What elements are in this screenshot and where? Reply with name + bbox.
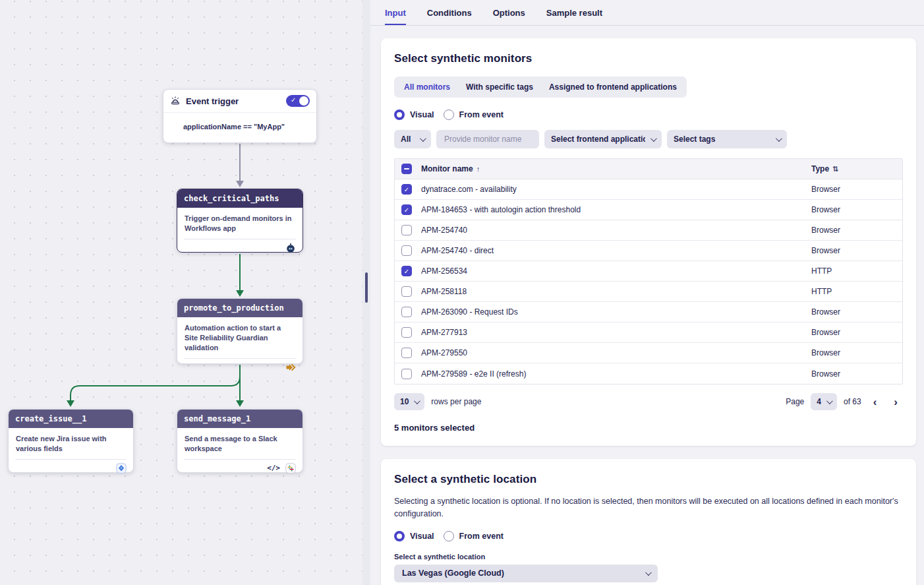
monitor-filters-row: All Select frontend applicatio Select ta… [394, 130, 903, 148]
pager-controls: Page 4 of 63 ‹ › [786, 393, 903, 410]
monitor-type-cell: Browser [811, 348, 902, 357]
monitor-name-cell: APM-254740 - direct [421, 246, 811, 255]
table-row[interactable]: APM-256534 HTTP [395, 261, 902, 282]
monitor-type-cell: Browser [811, 246, 902, 255]
monitor-type-cell: Browser [811, 369, 902, 379]
filter-tab-frontend-apps[interactable]: Assigned to frontend applications [541, 78, 685, 96]
table-row[interactable]: APM-263090 - Request IDs Browser [395, 302, 902, 323]
node-description: Automation action to start a Site Reliab… [177, 317, 303, 355]
monitor-name-cell: APM-256534 [421, 266, 811, 276]
monitors-source-radio-group: Visual From event [394, 109, 903, 120]
node-create-issue[interactable]: create_issue__1 Create new Jira issue wi… [8, 409, 134, 473]
chevron-down-icon [645, 569, 652, 576]
type-column-label: Type [811, 164, 829, 173]
monitor-name-column-label: Monitor name [421, 164, 473, 173]
monitor-table: Monitor name↑ Type⇅ dynatrace.com - avai… [394, 158, 903, 385]
node-title: check_critical_paths [177, 189, 303, 208]
radio-visual-label: Visual [410, 110, 434, 119]
tab-options[interactable]: Options [493, 0, 525, 25]
node-title: promote_to_production [177, 299, 303, 317]
page-total-label: of 63 [844, 397, 861, 406]
page-select[interactable]: 4 [811, 393, 837, 410]
trigger-condition: applicationName == "MyApp" [163, 113, 316, 142]
table-row[interactable]: APM-184653 - with autologin action thres… [395, 200, 902, 220]
radio-from-event[interactable]: From event [444, 109, 504, 120]
filter-tab-specific-tags[interactable]: With specific tags [458, 78, 541, 96]
monitor-name-cell: APM-279589 - e2e II (refresh) [421, 369, 811, 379]
tags-select[interactable]: Select tags [667, 130, 787, 148]
monitor-name-input[interactable] [436, 130, 539, 148]
monitor-type-cell: Browser [811, 185, 902, 194]
radio-visual-label: Visual [410, 532, 434, 541]
row-checkbox[interactable] [401, 245, 412, 256]
radio-from-event-icon [444, 109, 454, 120]
monitor-type-cell: Browser [811, 205, 902, 214]
table-row[interactable]: dynatrace.com - availability Browser [395, 179, 902, 200]
monitor-filter-segmented-control: All monitors With specific tags Assigned… [394, 77, 687, 98]
radio-visual-icon [394, 531, 405, 541]
chevron-down-icon [826, 398, 833, 404]
node-promote-to-production[interactable]: promote_to_production Automation action … [177, 298, 303, 364]
monitor-name-column-header[interactable]: Monitor name↑ [421, 164, 811, 173]
tab-sample-result[interactable]: Sample result [546, 0, 602, 25]
select-location-card: Select a synthetic location Selecting a … [381, 459, 916, 585]
radio-from-event-label: From event [459, 532, 504, 541]
node-description: Create new Jira issue with various field… [9, 428, 133, 456]
type-filter-select[interactable]: All [394, 130, 431, 148]
monitor-name-cell: APM-184653 - with autologin action thres… [421, 205, 811, 214]
select-monitors-card: Select synthetic monitors All monitors W… [381, 38, 916, 446]
row-checkbox[interactable] [401, 369, 412, 379]
synthetic-bot-icon [285, 243, 296, 253]
table-row[interactable]: APM-279550 Browser [395, 343, 902, 363]
panel-divider [362, 0, 370, 585]
radio-visual[interactable]: Visual [394, 531, 434, 541]
chevron-down-icon [650, 135, 657, 142]
row-checkbox[interactable] [401, 184, 412, 195]
tab-conditions[interactable]: Conditions [427, 0, 472, 25]
table-row[interactable]: APM-277913 Browser [395, 323, 902, 343]
previous-page-button[interactable]: ‹ [868, 396, 882, 408]
toggle-knob [299, 96, 308, 106]
node-event-trigger[interactable]: Event trigger ✓ applicationName == "MyAp… [163, 89, 317, 143]
location-card-title: Select a synthetic location [394, 473, 903, 486]
row-checkbox[interactable] [401, 307, 412, 317]
node-title: send_message_1 [177, 410, 303, 428]
frontend-application-select[interactable]: Select frontend applicatio [544, 130, 662, 148]
monitor-type-cell: Browser [811, 226, 902, 235]
monitor-name-cell: APM-279550 [421, 348, 811, 357]
radio-from-event-label: From event [459, 110, 504, 119]
node-footer: </> [184, 459, 296, 477]
row-checkbox[interactable] [401, 266, 412, 276]
workflow-canvas[interactable]: Event trigger ✓ applicationName == "MyAp… [0, 0, 362, 585]
row-checkbox[interactable] [401, 348, 412, 358]
row-checkbox[interactable] [401, 286, 412, 297]
table-row[interactable]: APM-279589 - e2e II (refresh) Browser [395, 363, 902, 384]
monitor-table-body: dynatrace.com - availability Browser APM… [395, 179, 902, 384]
table-row[interactable]: APM-254740 Browser [395, 220, 902, 241]
monitor-type-cell: Browser [811, 328, 902, 337]
connector-check-to-promote [236, 254, 244, 297]
row-checkbox[interactable] [401, 204, 412, 215]
tab-input[interactable]: Input [385, 0, 406, 25]
table-row[interactable]: APM-258118 HTTP [395, 282, 902, 302]
select-all-checkbox[interactable] [401, 164, 412, 174]
filter-tab-all-monitors[interactable]: All monitors [396, 78, 458, 96]
node-send-message[interactable]: send_message_1 Send a message to a Slack… [177, 409, 303, 473]
radio-visual[interactable]: Visual [394, 109, 434, 120]
panel-resize-handle[interactable] [365, 272, 368, 303]
page-value: 4 [817, 397, 821, 406]
synthetic-location-select[interactable]: Las Vegas (Google Cloud) [394, 565, 658, 582]
node-footer [184, 239, 296, 257]
type-column-header[interactable]: Type⇅ [811, 164, 902, 173]
row-checkbox[interactable] [401, 225, 412, 235]
table-row[interactable]: APM-254740 - direct Browser [395, 241, 902, 261]
event-trigger-title: Event trigger [186, 96, 239, 106]
toggle-check-icon: ✓ [291, 96, 296, 104]
rows-per-page-select[interactable]: 10 [394, 393, 424, 410]
radio-from-event[interactable]: From event [444, 531, 504, 541]
node-check-critical-paths[interactable]: check_critical_paths Trigger on-demand m… [177, 189, 303, 253]
trigger-enabled-toggle[interactable]: ✓ [286, 95, 310, 107]
row-checkbox[interactable] [401, 327, 412, 338]
next-page-button[interactable]: › [888, 396, 903, 408]
sort-both-icon: ⇅ [832, 165, 838, 173]
